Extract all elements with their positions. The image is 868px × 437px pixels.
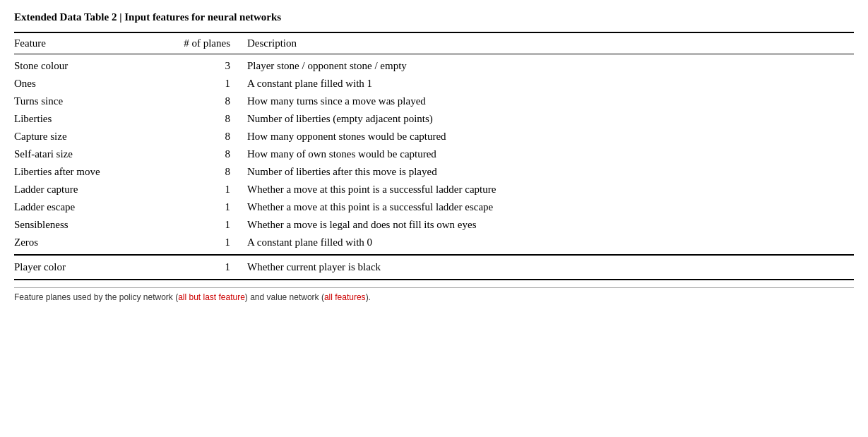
title-subtitle: Input features for neural networks — [124, 11, 281, 23]
player-color-planes: 1 — [155, 255, 247, 280]
table-row: Sensibleness1Whether a move is legal and… — [14, 216, 854, 234]
cell-feature: Turns since — [14, 92, 155, 110]
cell-planes: 1 — [155, 181, 247, 198]
footer: Feature planes used by the policy networ… — [14, 287, 854, 302]
footer-part3: ). — [366, 292, 371, 302]
cell-description: How many of own stones would be captured — [247, 145, 854, 163]
cell-planes: 8 — [155, 92, 247, 110]
cell-planes: 8 — [155, 163, 247, 181]
cell-description: Player stone / opponent stone / empty — [247, 54, 854, 76]
cell-planes: 8 — [155, 128, 247, 145]
table-row: Ones1A constant plane filled with 1 — [14, 75, 854, 92]
table-row: Self-atari size8How many of own stones w… — [14, 145, 854, 163]
cell-planes: 1 — [155, 216, 247, 234]
footer-part2: ) and value network ( — [245, 292, 324, 302]
cell-feature: Liberties — [14, 110, 155, 128]
table-row: Liberties after move8Number of liberties… — [14, 163, 854, 181]
footer-link2: all features — [324, 292, 366, 302]
cell-feature: Zeros — [14, 234, 155, 255]
table-row: Capture size8How many opponent stones wo… — [14, 128, 854, 145]
cell-feature: Ladder capture — [14, 181, 155, 198]
table-row: Stone colour3Player stone / opponent sto… — [14, 54, 854, 76]
col-header-feature: Feature — [14, 32, 155, 54]
cell-feature: Liberties after move — [14, 163, 155, 181]
cell-description: Number of liberties (empty adjacent poin… — [247, 110, 854, 128]
cell-planes: 8 — [155, 110, 247, 128]
cell-feature: Ladder escape — [14, 198, 155, 216]
cell-planes: 1 — [155, 75, 247, 92]
col-header-description: Description — [247, 32, 854, 54]
title-extended: Extended Data Table 2 — [14, 11, 117, 23]
cell-feature: Capture size — [14, 128, 155, 145]
player-color-feature: Player color — [14, 255, 155, 280]
cell-planes: 1 — [155, 198, 247, 216]
cell-planes: 1 — [155, 234, 247, 255]
table-row: Turns since8How many turns since a move … — [14, 92, 854, 110]
player-color-description: Whether current player is black — [247, 255, 854, 280]
footer-link1: all but last feature — [178, 292, 245, 302]
cell-planes: 8 — [155, 145, 247, 163]
table-row: Ladder capture1Whether a move at this po… — [14, 181, 854, 198]
cell-description: A constant plane filled with 1 — [247, 75, 854, 92]
footer-part1: Feature planes used by the policy networ… — [14, 292, 178, 302]
col-header-planes: # of planes — [155, 32, 247, 54]
main-table-body: Stone colour3Player stone / opponent sto… — [14, 54, 854, 256]
data-table: Feature # of planes Description Stone co… — [14, 32, 854, 280]
cell-feature: Stone colour — [14, 54, 155, 76]
cell-description: How many opponent stones would be captur… — [247, 128, 854, 145]
cell-description: Number of liberties after this move is p… — [247, 163, 854, 181]
table-header-row: Feature # of planes Description — [14, 32, 854, 54]
cell-description: Whether a move at this point is a succes… — [247, 198, 854, 216]
cell-planes: 3 — [155, 54, 247, 76]
cell-description: Whether a move is legal and does not fil… — [247, 216, 854, 234]
player-color-row: Player color 1 Whether current player is… — [14, 255, 854, 280]
final-border-row — [14, 280, 854, 280]
page-title: Extended Data Table 2 | Input features f… — [14, 11, 281, 23]
separator-tbody: Player color 1 Whether current player is… — [14, 255, 854, 280]
final-border-cell — [14, 280, 854, 280]
title-area: Extended Data Table 2 | Input features f… — [14, 11, 854, 23]
table-row: Ladder escape1Whether a move at this poi… — [14, 198, 854, 216]
cell-description: How many turns since a move was played — [247, 92, 854, 110]
cell-description: A constant plane filled with 0 — [247, 234, 854, 255]
cell-feature: Ones — [14, 75, 155, 92]
cell-feature: Sensibleness — [14, 216, 155, 234]
cell-description: Whether a move at this point is a succes… — [247, 181, 854, 198]
cell-feature: Self-atari size — [14, 145, 155, 163]
table-row: Liberties8Number of liberties (empty adj… — [14, 110, 854, 128]
table-row: Zeros1A constant plane filled with 0 — [14, 234, 854, 255]
